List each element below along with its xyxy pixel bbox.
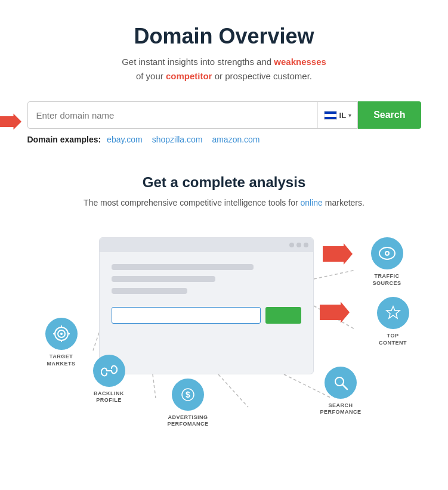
svg-marker-8	[320, 302, 350, 323]
browser-search-box	[112, 307, 261, 324]
search-input-wrapper: IL ▾	[27, 101, 359, 129]
browser-search-row	[112, 307, 301, 324]
example-amazon[interactable]: amazon.com	[212, 135, 259, 144]
backlink-circle	[93, 355, 125, 387]
browser-mockup	[99, 237, 314, 374]
traffic-label: TRAFFICSOURCES	[372, 273, 401, 287]
diagram-container: TRAFFICSOURCES TOPCONTENT	[51, 225, 397, 428]
flag-icon	[324, 111, 337, 120]
node-top-content: TOPCONTENT	[377, 297, 409, 346]
svg-line-6	[93, 333, 99, 351]
svg-marker-0	[0, 114, 21, 130]
node-backlink-profile: BACKLINKPROFILE	[93, 355, 125, 404]
svg-marker-7	[323, 243, 353, 265]
browser-dot-3	[304, 243, 308, 247]
svg-line-4	[218, 374, 248, 407]
search-row: IL ▾ Search	[27, 101, 421, 129]
domain-search-input[interactable]	[28, 110, 317, 120]
node-traffic-sources: TRAFFICSOURCES	[371, 237, 403, 287]
example-shopzilla[interactable]: shopzilla.com	[152, 135, 203, 144]
red-arrow-top-content	[320, 302, 350, 325]
top-content-label: TOPCONTENT	[379, 333, 407, 346]
arrow-indicator	[0, 113, 21, 133]
svg-line-1	[314, 270, 356, 279]
browser-search-btn	[265, 307, 301, 324]
target-circle	[45, 318, 78, 350]
analysis-subtitle: The most comprehensive competitive intel…	[18, 198, 430, 207]
content-line-2	[112, 276, 216, 282]
search-perf-label: SEARCHPERFOMANCE	[320, 402, 361, 416]
svg-text:$: $	[186, 390, 190, 399]
page-subtitle: Get instant insights into strengths and …	[122, 55, 326, 83]
flag-code: IL	[339, 111, 347, 120]
page-container: Domain Overview Get instant insights int…	[0, 0, 448, 452]
svg-point-20	[60, 333, 63, 335]
search-section: IL ▾ Search Domain examples: ebay.com sh…	[27, 101, 421, 144]
svg-line-14	[342, 384, 347, 389]
svg-marker-12	[387, 306, 400, 318]
flag-dropdown[interactable]: IL ▾	[317, 102, 358, 128]
analysis-section: Get a complete analysis The most compreh…	[18, 174, 430, 428]
red-arrow-traffic	[323, 243, 353, 267]
node-advertising-performance: $ ADVERTISINGPERFOMANCE	[168, 379, 209, 428]
content-line-3	[112, 288, 187, 294]
examples-label: Domain examples:	[27, 135, 101, 144]
example-ebay[interactable]: ebay.com	[107, 135, 143, 144]
search-perf-circle	[325, 367, 357, 399]
backlink-label: BACKLINKPROFILE	[94, 390, 124, 404]
highlight-competitor: competitor	[166, 71, 212, 81]
top-content-circle	[377, 297, 409, 329]
traffic-circle	[371, 237, 403, 269]
browser-content	[100, 252, 313, 333]
content-line-1	[112, 264, 254, 270]
chevron-down-icon: ▾	[348, 112, 351, 119]
highlight-weaknesses: weaknesses	[274, 57, 326, 67]
online-link[interactable]: online	[301, 198, 323, 207]
page-title: Domain Overview	[122, 24, 326, 49]
svg-point-11	[386, 252, 388, 255]
target-label: TARGETMARKETS	[47, 353, 76, 367]
svg-line-5	[153, 374, 156, 398]
node-target-markets: TARGETMARKETS	[45, 318, 78, 367]
browser-titlebar	[100, 238, 313, 252]
advertising-circle: $	[172, 379, 204, 411]
search-button[interactable]: Search	[358, 101, 421, 129]
svg-line-2	[314, 306, 356, 330]
domain-examples: Domain examples: ebay.com shopzilla.com …	[27, 135, 267, 144]
browser-dot-1	[289, 243, 294, 247]
advertising-label: ADVERTISINGPERFOMANCE	[168, 414, 209, 428]
analysis-title: Get a complete analysis	[18, 174, 430, 191]
header-section: Domain Overview Get instant insights int…	[122, 24, 326, 83]
node-search-performance: SEARCHPERFOMANCE	[320, 367, 361, 416]
browser-dot-2	[296, 243, 301, 247]
